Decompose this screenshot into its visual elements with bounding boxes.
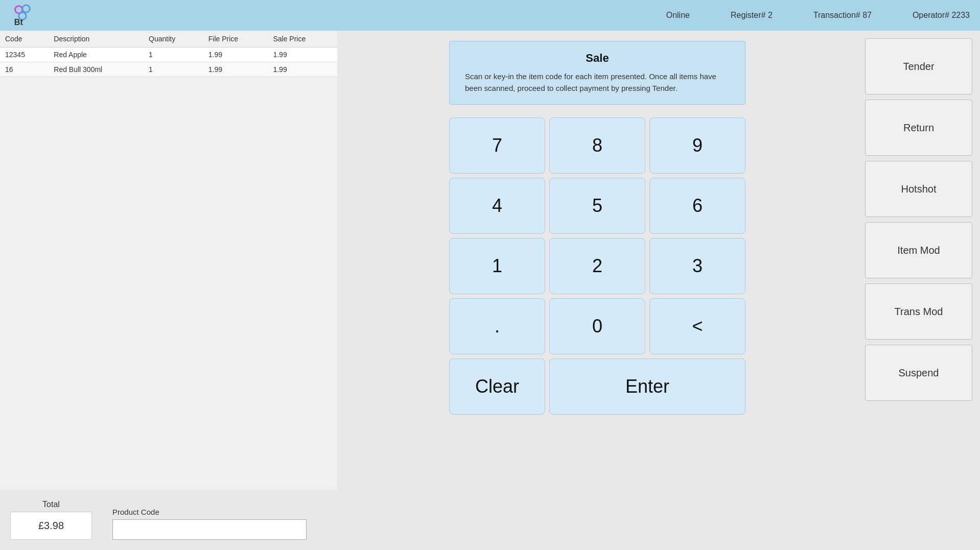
bottom-section: Total £3.98 Product Code — [0, 490, 337, 550]
key-clear-button[interactable]: Clear — [449, 358, 545, 415]
cell-quantity: 1 — [144, 47, 203, 62]
trans-mod-button[interactable]: Trans Mod — [865, 283, 972, 340]
col-code: Code — [0, 31, 49, 47]
info-box: Sale Scan or key-in the item code for ea… — [449, 41, 745, 105]
key-backspace-button[interactable]: < — [649, 298, 745, 354]
key-8-button[interactable]: 8 — [549, 117, 645, 174]
cell-file-price: 1.99 — [203, 62, 268, 77]
product-code-section: Product Code — [112, 508, 307, 540]
empty-area — [0, 260, 337, 490]
cell-code: 12345 — [0, 47, 49, 62]
col-file-price: File Price — [203, 31, 268, 47]
key-0-button[interactable]: 0 — [549, 298, 645, 354]
key-enter-button[interactable]: Enter — [549, 358, 745, 415]
hotshot-button[interactable]: Hotshot — [865, 161, 972, 217]
operator-number: Operator# 2233 — [913, 11, 970, 20]
item-mod-button[interactable]: Item Mod — [865, 222, 972, 278]
left-panel: Code Description Quantity File Price Sal… — [0, 31, 337, 550]
table-wrapper: Code Description Quantity File Price Sal… — [0, 31, 337, 260]
table-row[interactable]: 16 Red Bull 300ml 1 1.99 1.99 — [0, 62, 337, 77]
table-row[interactable]: 12345 Red Apple 1 1.99 1.99 — [0, 47, 337, 62]
numpad: 7 8 9 4 5 6 1 2 3 . 0 < Clear Enter — [449, 117, 745, 415]
tender-button[interactable]: Tender — [865, 38, 972, 94]
right-panel: Tender Return Hotshot Item Mod Trans Mod… — [857, 31, 980, 550]
transaction-number: Transaction# 87 — [813, 11, 872, 20]
cell-file-price: 1.99 — [203, 47, 268, 62]
cell-description: Red Apple — [49, 47, 144, 62]
total-label: Total — [10, 500, 92, 509]
cell-quantity: 1 — [144, 62, 203, 77]
main-layout: Code Description Quantity File Price Sal… — [0, 31, 980, 550]
header: Bt Online Register# 2 Transaction# 87 Op… — [0, 0, 980, 31]
key-9-button[interactable]: 9 — [649, 117, 745, 174]
status-online: Online — [666, 11, 690, 20]
suspend-button[interactable]: Suspend — [865, 345, 972, 401]
col-quantity: Quantity — [144, 31, 203, 47]
bottom-row: Total £3.98 Product Code — [10, 500, 327, 540]
transaction-table: Code Description Quantity File Price Sal… — [0, 31, 337, 77]
col-sale-price: Sale Price — [268, 31, 337, 47]
info-description: Scan or key-in the item code for each it… — [465, 71, 730, 94]
key-4-button[interactable]: 4 — [449, 178, 545, 234]
register-number: Register# 2 — [731, 11, 773, 20]
center-panel: Sale Scan or key-in the item code for ea… — [337, 31, 857, 550]
key-1-button[interactable]: 1 — [449, 238, 545, 294]
cell-sale-price: 1.99 — [268, 62, 337, 77]
logo-icon: Bt — [10, 4, 38, 27]
col-description: Description — [49, 31, 144, 47]
key-6-button[interactable]: 6 — [649, 178, 745, 234]
cell-sale-price: 1.99 — [268, 47, 337, 62]
info-title: Sale — [465, 52, 730, 65]
key-3-button[interactable]: 3 — [649, 238, 745, 294]
cell-code: 16 — [0, 62, 49, 77]
svg-text:Bt: Bt — [14, 17, 24, 27]
key-5-button[interactable]: 5 — [549, 178, 645, 234]
key-dot-button[interactable]: . — [449, 298, 545, 354]
product-code-input[interactable] — [112, 519, 307, 540]
svg-point-1 — [22, 5, 30, 12]
header-info: Online Register# 2 Transaction# 87 Opera… — [666, 11, 970, 20]
total-value: £3.98 — [10, 512, 92, 540]
key-7-button[interactable]: 7 — [449, 117, 545, 174]
total-section: Total £3.98 — [10, 500, 92, 540]
product-code-label: Product Code — [112, 508, 307, 516]
logo-area: Bt — [10, 4, 112, 27]
return-button[interactable]: Return — [865, 100, 972, 156]
cell-description: Red Bull 300ml — [49, 62, 144, 77]
key-2-button[interactable]: 2 — [549, 238, 645, 294]
